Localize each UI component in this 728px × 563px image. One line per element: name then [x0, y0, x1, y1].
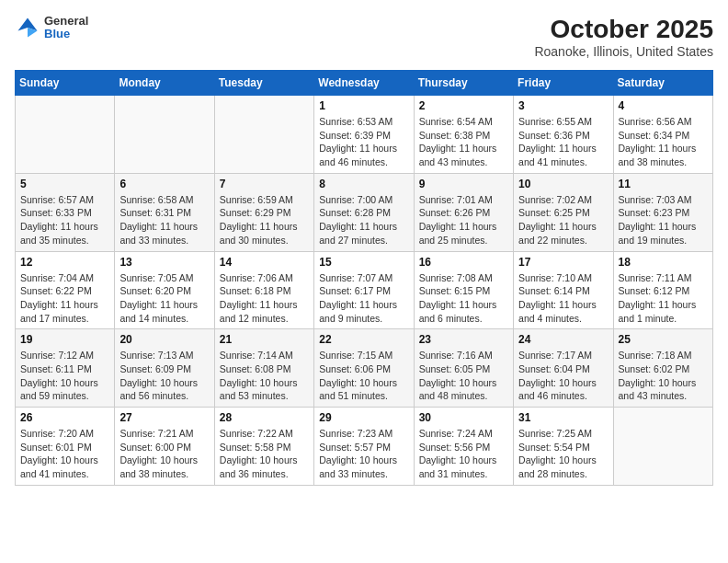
- cell-date-number: 17: [518, 256, 608, 269]
- calendar-day-cell: 3Sunrise: 6:55 AMSunset: 6:36 PMDaylight…: [514, 96, 613, 174]
- calendar-day-cell: 5Sunrise: 6:57 AMSunset: 6:33 PMDaylight…: [16, 173, 115, 251]
- calendar-week-row: 26Sunrise: 7:20 AMSunset: 6:01 PMDayligh…: [16, 408, 713, 486]
- cell-sun-info: Sunrise: 7:12 AMSunset: 6:11 PMDaylight:…: [20, 349, 109, 403]
- logo-blue-text: Blue: [44, 28, 88, 40]
- cell-sun-info: Sunrise: 7:16 AMSunset: 6:05 PMDaylight:…: [419, 349, 508, 403]
- cell-date-number: 7: [220, 178, 309, 190]
- calendar-day-cell: 13Sunrise: 7:05 AMSunset: 6:20 PMDayligh…: [115, 251, 214, 329]
- cell-sun-info: Sunrise: 7:17 AMSunset: 6:04 PMDaylight:…: [518, 349, 608, 403]
- calendar-day-cell: 20Sunrise: 7:13 AMSunset: 6:09 PMDayligh…: [115, 329, 214, 408]
- cell-sun-info: Sunrise: 7:14 AMSunset: 6:08 PMDaylight:…: [220, 349, 309, 403]
- cell-sun-info: Sunrise: 7:05 AMSunset: 6:20 PMDaylight:…: [119, 271, 209, 326]
- cell-sun-info: Sunrise: 6:59 AMSunset: 6:29 PMDaylight:…: [220, 193, 309, 247]
- cell-date-number: 3: [518, 99, 608, 112]
- cell-date-number: 16: [419, 256, 508, 269]
- calendar-week-row: 12Sunrise: 7:04 AMSunset: 6:22 PMDayligh…: [16, 251, 713, 329]
- cell-sun-info: Sunrise: 7:11 AMSunset: 6:12 PMDaylight:…: [619, 271, 708, 326]
- cell-date-number: 12: [20, 256, 109, 269]
- cell-date-number: 14: [220, 256, 309, 269]
- calendar-day-cell: 4Sunrise: 6:56 AMSunset: 6:34 PMDaylight…: [613, 96, 712, 174]
- calendar-day-cell: 24Sunrise: 7:17 AMSunset: 6:04 PMDayligh…: [514, 329, 613, 408]
- weekday-header-sunday: Sunday: [16, 71, 115, 96]
- weekday-header-tuesday: Tuesday: [214, 71, 313, 96]
- calendar-day-cell: 22Sunrise: 7:15 AMSunset: 6:06 PMDayligh…: [314, 329, 414, 408]
- calendar-day-cell: 7Sunrise: 6:59 AMSunset: 6:29 PMDaylight…: [214, 173, 313, 251]
- calendar-day-cell: 21Sunrise: 7:14 AMSunset: 6:08 PMDayligh…: [214, 329, 313, 408]
- calendar-empty-cell: [214, 96, 313, 174]
- calendar-day-cell: 18Sunrise: 7:11 AMSunset: 6:12 PMDayligh…: [613, 251, 712, 329]
- calendar-day-cell: 11Sunrise: 7:03 AMSunset: 6:23 PMDayligh…: [613, 173, 712, 251]
- cell-sun-info: Sunrise: 7:06 AMSunset: 6:18 PMDaylight:…: [220, 271, 309, 326]
- logo-text: General Blue: [44, 15, 88, 41]
- cell-sun-info: Sunrise: 7:03 AMSunset: 6:23 PMDaylight:…: [619, 193, 708, 247]
- cell-date-number: 18: [619, 256, 708, 269]
- logo: General Blue: [15, 15, 88, 41]
- cell-sun-info: Sunrise: 7:24 AMSunset: 5:56 PMDaylight:…: [419, 427, 508, 481]
- calendar-day-cell: 27Sunrise: 7:21 AMSunset: 6:00 PMDayligh…: [115, 408, 214, 486]
- calendar-day-cell: 25Sunrise: 7:18 AMSunset: 6:02 PMDayligh…: [613, 329, 712, 408]
- cell-sun-info: Sunrise: 7:25 AMSunset: 5:54 PMDaylight:…: [518, 427, 608, 481]
- cell-date-number: 26: [20, 411, 109, 424]
- calendar-week-row: 5Sunrise: 6:57 AMSunset: 6:33 PMDaylight…: [16, 173, 713, 251]
- cell-sun-info: Sunrise: 6:54 AMSunset: 6:38 PMDaylight:…: [419, 115, 508, 169]
- calendar-day-cell: 30Sunrise: 7:24 AMSunset: 5:56 PMDayligh…: [414, 408, 513, 486]
- cell-date-number: 5: [20, 178, 109, 190]
- cell-sun-info: Sunrise: 7:13 AMSunset: 6:09 PMDaylight:…: [119, 349, 209, 403]
- calendar-subtitle: Roanoke, Illinois, United States: [534, 44, 713, 59]
- cell-date-number: 8: [319, 178, 408, 190]
- calendar-empty-cell: [115, 96, 214, 174]
- cell-date-number: 29: [319, 411, 408, 424]
- cell-sun-info: Sunrise: 7:23 AMSunset: 5:57 PMDaylight:…: [319, 427, 408, 481]
- calendar-day-cell: 23Sunrise: 7:16 AMSunset: 6:05 PMDayligh…: [414, 329, 513, 408]
- calendar-day-cell: 9Sunrise: 7:01 AMSunset: 6:26 PMDaylight…: [414, 173, 513, 251]
- cell-date-number: 11: [619, 178, 708, 190]
- weekday-row: SundayMondayTuesdayWednesdayThursdayFrid…: [16, 71, 713, 96]
- cell-date-number: 30: [419, 411, 508, 424]
- logo-icon: [15, 15, 40, 40]
- cell-date-number: 6: [119, 178, 209, 190]
- cell-date-number: 1: [319, 99, 408, 112]
- cell-date-number: 27: [119, 411, 209, 424]
- cell-date-number: 15: [319, 256, 408, 269]
- calendar-day-cell: 14Sunrise: 7:06 AMSunset: 6:18 PMDayligh…: [214, 251, 313, 329]
- weekday-header-wednesday: Wednesday: [314, 71, 414, 96]
- cell-date-number: 24: [518, 333, 608, 346]
- calendar-table: SundayMondayTuesdayWednesdayThursdayFrid…: [15, 70, 713, 486]
- calendar-day-cell: 28Sunrise: 7:22 AMSunset: 5:58 PMDayligh…: [214, 408, 313, 486]
- weekday-header-monday: Monday: [115, 71, 214, 96]
- calendar-week-row: 19Sunrise: 7:12 AMSunset: 6:11 PMDayligh…: [16, 329, 713, 408]
- calendar-empty-cell: [16, 96, 115, 174]
- cell-sun-info: Sunrise: 6:56 AMSunset: 6:34 PMDaylight:…: [619, 115, 708, 169]
- calendar-week-row: 1Sunrise: 6:53 AMSunset: 6:39 PMDaylight…: [16, 96, 713, 174]
- cell-sun-info: Sunrise: 7:07 AMSunset: 6:17 PMDaylight:…: [319, 271, 408, 326]
- weekday-header-thursday: Thursday: [414, 71, 513, 96]
- cell-sun-info: Sunrise: 7:08 AMSunset: 6:15 PMDaylight:…: [419, 271, 508, 326]
- calendar-day-cell: 12Sunrise: 7:04 AMSunset: 6:22 PMDayligh…: [16, 251, 115, 329]
- cell-date-number: 2: [419, 99, 508, 112]
- calendar-day-cell: 1Sunrise: 6:53 AMSunset: 6:39 PMDaylight…: [314, 96, 414, 174]
- logo-general-text: General: [44, 15, 88, 28]
- calendar-day-cell: 17Sunrise: 7:10 AMSunset: 6:14 PMDayligh…: [514, 251, 613, 329]
- cell-date-number: 23: [419, 333, 508, 346]
- cell-sun-info: Sunrise: 6:58 AMSunset: 6:31 PMDaylight:…: [119, 193, 209, 247]
- cell-date-number: 25: [619, 333, 708, 346]
- cell-sun-info: Sunrise: 7:10 AMSunset: 6:14 PMDaylight:…: [518, 271, 608, 326]
- calendar-day-cell: 6Sunrise: 6:58 AMSunset: 6:31 PMDaylight…: [115, 173, 214, 251]
- cell-sun-info: Sunrise: 7:20 AMSunset: 6:01 PMDaylight:…: [20, 427, 109, 481]
- cell-sun-info: Sunrise: 6:57 AMSunset: 6:33 PMDaylight:…: [20, 193, 109, 247]
- cell-sun-info: Sunrise: 7:01 AMSunset: 6:26 PMDaylight:…: [419, 193, 508, 247]
- cell-sun-info: Sunrise: 7:00 AMSunset: 6:28 PMDaylight:…: [319, 193, 408, 247]
- cell-sun-info: Sunrise: 7:21 AMSunset: 6:00 PMDaylight:…: [119, 427, 209, 481]
- cell-date-number: 13: [119, 256, 209, 269]
- cell-date-number: 10: [518, 178, 608, 190]
- page-header: General Blue October 2025 Roanoke, Illin…: [15, 15, 713, 59]
- cell-date-number: 22: [319, 333, 408, 346]
- calendar-day-cell: 15Sunrise: 7:07 AMSunset: 6:17 PMDayligh…: [314, 251, 414, 329]
- cell-sun-info: Sunrise: 7:18 AMSunset: 6:02 PMDaylight:…: [619, 349, 708, 403]
- calendar-day-cell: 10Sunrise: 7:02 AMSunset: 6:25 PMDayligh…: [514, 173, 613, 251]
- calendar-body: 1Sunrise: 6:53 AMSunset: 6:39 PMDaylight…: [16, 96, 713, 486]
- title-block: October 2025 Roanoke, Illinois, United S…: [534, 15, 713, 59]
- cell-date-number: 28: [220, 411, 309, 424]
- calendar-day-cell: 19Sunrise: 7:12 AMSunset: 6:11 PMDayligh…: [16, 329, 115, 408]
- calendar-empty-cell: [613, 408, 712, 486]
